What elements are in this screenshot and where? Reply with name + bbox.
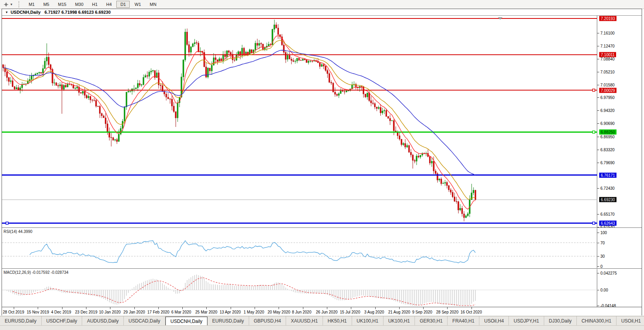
- rsi-pane[interactable]: RSI(14) 44.3990: [2, 228, 597, 268]
- axis-tick: [597, 306, 599, 306]
- top-toolbar: ▼ M1M5M15M30H1H4D1W1MN: [0, 0, 644, 9]
- macd-indicator-label: MACD(12,26,9) -0.017592 -0.028734: [4, 270, 68, 275]
- line-handle[interactable]: [593, 89, 595, 92]
- symbol-tab[interactable]: XAUUSD,H1: [286, 316, 323, 326]
- axis-tick: [597, 163, 599, 163]
- chart-symbol-title: USDCNH,Daily: [11, 10, 40, 15]
- rsi-tick-label: 100: [600, 231, 607, 235]
- date-label: 13 Apr 2020: [220, 310, 241, 314]
- date-tick: [206, 307, 207, 309]
- price-tick-label: 6.65170: [600, 212, 615, 216]
- axis-tick: [597, 46, 599, 46]
- date-tick: [182, 307, 183, 309]
- rsi-tick-label: 0: [600, 264, 603, 269]
- price-chart-svg[interactable]: [2, 16, 597, 227]
- line-handle[interactable]: [593, 222, 595, 224]
- axis-tick: [597, 150, 599, 150]
- chart-tools-button[interactable]: ▼: [2, 1, 15, 8]
- symbol-tab[interactable]: FRA40,H1: [448, 316, 479, 326]
- date-label: 21 Aug 2020: [388, 310, 410, 314]
- date-tick: [447, 307, 448, 309]
- tf-button-D1[interactable]: D1: [116, 1, 130, 8]
- symbol-tab[interactable]: USDCHF,Daily: [42, 316, 83, 326]
- macd-axis: 0.0422750.00-0.04148: [597, 269, 642, 307]
- symbol-tab[interactable]: USOil,H1: [616, 316, 644, 326]
- line-handle[interactable]: [6, 222, 8, 224]
- date-tick: [38, 307, 38, 309]
- tf-button-M30[interactable]: M30: [71, 1, 87, 8]
- tf-button-M15[interactable]: M15: [54, 1, 70, 8]
- price-level-label: 6.88250: [599, 130, 616, 135]
- symbol-tab[interactable]: HK50,H1: [323, 316, 352, 326]
- axis-tick: [597, 188, 599, 189]
- tf-button-W1[interactable]: W1: [130, 1, 145, 8]
- symbol-tab[interactable]: USDCAD,Daily: [124, 316, 165, 326]
- date-tick: [472, 307, 472, 309]
- tf-button-H4[interactable]: H4: [102, 1, 116, 8]
- date-label: 1 May 2020: [244, 310, 264, 314]
- date-label: 3 Aug 2020: [364, 310, 384, 314]
- price-tick-label: 7.01580: [600, 82, 615, 87]
- collapse-triangle-icon[interactable]: ▼: [5, 11, 8, 14]
- symbol-tab[interactable]: AUDUSD,Daily: [82, 316, 124, 326]
- date-tick: [14, 307, 14, 309]
- symbol-tabs-bar: EURUSD,DailyUSDCHF,DailyAUDUSD,DailyUSDC…: [0, 316, 644, 326]
- rsi-indicator-label: RSI(14) 44.3990: [4, 229, 32, 234]
- axis-tick: [597, 33, 599, 33]
- symbol-tab[interactable]: EURUSD,Daily: [0, 316, 42, 326]
- axis-tick: [597, 273, 599, 273]
- chart-title-bar[interactable]: ▼ USDCNH,Daily 6.71927 6.71998 6.69123 6…: [2, 9, 642, 16]
- axis-tick: [597, 123, 599, 124]
- symbol-tab[interactable]: DJ30,Daily: [544, 316, 577, 326]
- axis-tick: [597, 97, 599, 98]
- date-label: 4 Dec 2019: [51, 310, 71, 314]
- date-tick: [110, 307, 110, 309]
- line-handle[interactable]: [593, 131, 595, 133]
- symbol-tab[interactable]: UK100,H1: [383, 316, 415, 326]
- tf-button-MN[interactable]: MN: [146, 1, 160, 8]
- price-level-label: 6.76171: [599, 172, 616, 178]
- axis-tick: [597, 290, 599, 290]
- date-axis: 28 Oct 201915 Nov 20194 Dec 201923 Dec 2…: [2, 307, 642, 316]
- symbol-tab[interactable]: GER30,H1: [415, 316, 448, 326]
- tf-button-M1[interactable]: M1: [25, 1, 39, 8]
- symbol-tab[interactable]: USOil,H4: [479, 316, 509, 326]
- date-label: 28 Sep 2020: [436, 310, 459, 314]
- macd-tick-label: 0.042275: [600, 271, 617, 275]
- date-label: 23 Dec 2019: [75, 310, 97, 314]
- symbol-tab[interactable]: CHINA300,H1: [577, 316, 616, 326]
- rsi-tick-label: 30: [600, 254, 605, 258]
- axis-tick: [597, 256, 599, 257]
- symbol-tab[interactable]: USDJPY,H1: [509, 316, 544, 326]
- date-label: 15 Nov 2019: [27, 310, 49, 314]
- macd-pane[interactable]: MACD(12,26,9) -0.017592 -0.028734: [2, 269, 597, 307]
- date-label: 29 Jan 2020: [123, 310, 145, 314]
- tf-button-M5[interactable]: M5: [39, 1, 53, 8]
- symbol-tab[interactable]: GBPUSD,H4: [249, 316, 286, 326]
- date-label: 16 Oct 2020: [461, 310, 482, 314]
- price-tick-label: 6.72430: [600, 186, 615, 191]
- price-tick-label: 6.83320: [600, 147, 615, 152]
- date-label: 8 Jun 2020: [292, 310, 312, 314]
- price-tick-label: 6.97950: [600, 95, 615, 100]
- symbol-tab[interactable]: EURUSD,Daily: [207, 316, 249, 326]
- axis-tick: [597, 243, 599, 243]
- price-pane[interactable]: [2, 16, 597, 227]
- date-label: 6 Mar 2020: [171, 310, 191, 314]
- axis-tick: [597, 266, 599, 267]
- tf-button-H1[interactable]: H1: [88, 1, 101, 8]
- moving-average-line: [3, 50, 475, 176]
- macd-signal-line: [13, 278, 475, 306]
- current-price-label: 6.69230: [599, 197, 616, 202]
- toolbar-grip[interactable]: [18, 1, 21, 7]
- crosshair-icon: [3, 2, 9, 7]
- dropdown-arrow-icon: ▼: [10, 3, 13, 6]
- price-level-label: 7.20193: [599, 16, 616, 21]
- symbol-tab-active[interactable]: USDCNH,Daily: [165, 317, 207, 326]
- moving-average-line: [3, 36, 475, 209]
- date-tick: [255, 307, 255, 309]
- date-label: 9 Sep 2020: [412, 310, 432, 314]
- price-level-label: 7.00029: [599, 88, 616, 93]
- macd-chart-svg: [2, 269, 597, 307]
- symbol-tab[interactable]: UK100,H1: [352, 316, 383, 326]
